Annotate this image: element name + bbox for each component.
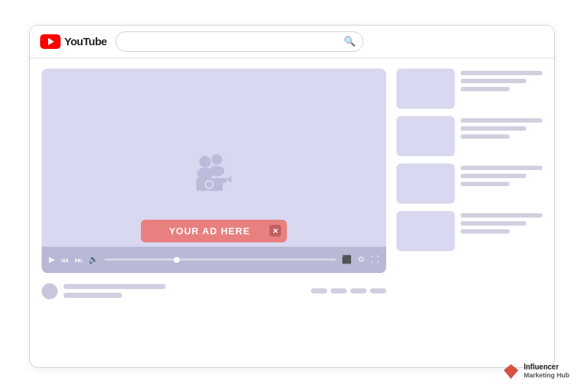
sidebar-meta — [461, 164, 542, 186]
video-title-placeholder — [64, 284, 166, 289]
control-right: ⬛ ⚙ ⛶ — [342, 255, 379, 264]
sidebar-line — [461, 166, 542, 170]
channel-avatar — [42, 283, 58, 299]
svg-point-3 — [210, 166, 225, 176]
sidebar-line — [461, 213, 542, 218]
sidebar-meta — [461, 211, 542, 234]
fullscreen-button[interactable]: ⛶ — [371, 255, 379, 264]
svg-rect-7 — [220, 178, 227, 182]
search-bar[interactable]: 🔍 — [115, 31, 364, 52]
sidebar-thumbnail — [396, 211, 455, 251]
sidebar-line — [461, 182, 510, 186]
youtube-logo: YouTube — [40, 34, 107, 49]
video-subtitle-placeholder — [64, 293, 122, 298]
action-pill-4 — [370, 288, 386, 293]
sidebar — [396, 69, 542, 357]
video-meta-lines — [64, 284, 166, 298]
sidebar-line — [461, 174, 526, 178]
action-pill-2 — [331, 288, 347, 293]
search-icon: 🔍 — [344, 36, 356, 47]
browser-content: YOUR AD HERE ✕ ▶ ⏮ ⏭ 🔊 ⬛ — [30, 58, 554, 367]
ad-text: YOUR AD HERE — [169, 226, 250, 237]
settings-button[interactable]: ⚙ — [358, 255, 365, 264]
sidebar-item — [396, 69, 542, 109]
svg-point-0 — [199, 155, 211, 167]
youtube-icon — [40, 34, 61, 49]
next-button[interactable]: ⏭ — [74, 255, 82, 264]
sidebar-line — [461, 221, 526, 226]
camera-placeholder-icon — [185, 149, 243, 193]
svg-marker-8 — [227, 175, 231, 182]
sidebar-line — [461, 229, 510, 234]
sidebar-line — [461, 71, 542, 75]
sidebar-item — [396, 164, 542, 204]
video-meta — [42, 280, 386, 302]
sidebar-thumbnail — [396, 116, 455, 156]
sidebar-meta — [461, 69, 542, 91]
video-player: YOUR AD HERE ✕ ▶ ⏮ ⏭ 🔊 ⬛ — [42, 69, 386, 273]
sidebar-line — [461, 126, 526, 131]
sidebar-item — [396, 211, 542, 251]
progress-dot — [174, 257, 180, 263]
browser-header: YouTube 🔍 — [30, 26, 554, 58]
subtitles-button[interactable]: ⬛ — [342, 255, 352, 264]
brand-watermark: Influencer Marketing Hub — [503, 362, 569, 380]
sidebar-line — [461, 79, 526, 83]
sidebar-line — [461, 87, 510, 91]
sidebar-meta — [461, 116, 542, 139]
browser-window: YouTube 🔍 — [29, 25, 555, 368]
progress-bar[interactable] — [104, 258, 336, 261]
sidebar-thumbnail — [396, 164, 455, 204]
action-pill-3 — [350, 288, 366, 293]
brand-gem-icon — [503, 364, 519, 380]
video-controls: ▶ ⏮ ⏭ 🔊 ⬛ ⚙ ⛶ — [42, 247, 386, 273]
search-input[interactable] — [123, 36, 339, 47]
meta-action-pills — [311, 288, 386, 293]
svg-point-2 — [212, 154, 222, 164]
play-button[interactable]: ▶ — [49, 255, 55, 264]
sidebar-thumbnail — [396, 69, 455, 109]
ad-overlay: YOUR AD HERE ✕ — [141, 220, 287, 242]
brand-text: Influencer Marketing Hub — [523, 362, 569, 380]
video-section: YOUR AD HERE ✕ ▶ ⏮ ⏭ 🔊 ⬛ — [42, 69, 386, 357]
prev-button[interactable]: ⏮ — [61, 255, 69, 264]
ad-close-button[interactable]: ✕ — [269, 225, 281, 237]
sidebar-line — [461, 118, 542, 123]
action-pill-1 — [311, 288, 327, 293]
sidebar-line — [461, 134, 510, 139]
volume-button[interactable]: 🔊 — [88, 255, 99, 264]
svg-point-6 — [207, 181, 212, 187]
sidebar-item — [396, 116, 542, 156]
youtube-logo-text: YouTube — [64, 35, 107, 47]
